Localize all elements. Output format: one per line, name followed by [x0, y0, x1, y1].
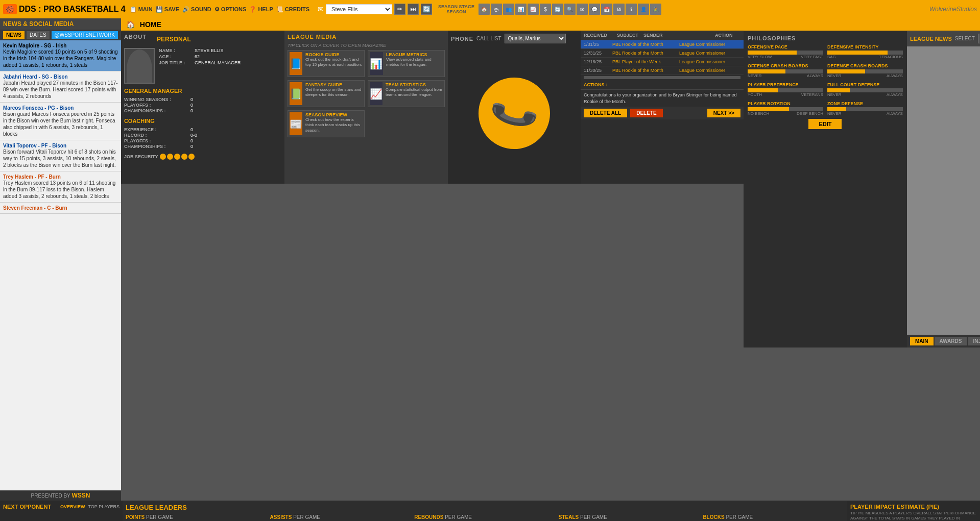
c-playoffs: 0: [190, 138, 193, 143]
next-opponent-title: NEXT OPPONENT: [3, 504, 51, 510]
ocb-slider[interactable]: [748, 69, 823, 73]
media-card-fantasy[interactable]: 📗 FANTASY GUIDE Get the scoop on the sta…: [288, 80, 365, 107]
col-action: ACTION: [715, 33, 740, 38]
toolbar-stats[interactable]: 📊: [515, 4, 527, 15]
fantasy-cover: 📗: [290, 82, 302, 105]
news-item-4[interactable]: Trey Haslem - PF - Burn Trey Haslem scor…: [0, 171, 121, 203]
email-row-3[interactable]: 11/30/25 PBL Rookie of the Month League …: [581, 66, 744, 75]
top-players-link[interactable]: TOP PLAYERS: [88, 504, 119, 509]
season-value: SEASON: [447, 9, 466, 14]
toolbar-roster[interactable]: 👥: [503, 4, 514, 15]
tab-dates[interactable]: DATES: [27, 31, 50, 39]
tab-news[interactable]: NEWS: [3, 31, 25, 39]
fcd-slider[interactable]: [827, 88, 903, 92]
toolbar-mail[interactable]: ✉: [577, 4, 588, 15]
pp-slider[interactable]: [748, 88, 823, 92]
tab-twitter[interactable]: @WSSPORTSNETWORK: [52, 31, 118, 39]
league-news-header: LEAGUE NEWS SELECT Pro Basketball League…: [907, 31, 980, 46]
toolbar-trade[interactable]: 🔄: [552, 4, 563, 15]
email-scrollbar[interactable]: [584, 76, 740, 79]
ll-steals: STEALS PER GAME B. Keith, NY 2.1 R. Will…: [559, 514, 700, 521]
media-card-preview[interactable]: 📰 SEASON PREVIEW Check out how the exper…: [288, 110, 365, 137]
job-title-value: GENERAL MANAGER: [195, 60, 241, 65]
nav-options[interactable]: ⚙ OPTIONS: [214, 6, 247, 13]
pr-slider[interactable]: [748, 107, 823, 111]
metrics-info: LEAGUE METRICS View advanced stats and m…: [386, 52, 443, 68]
nav-main[interactable]: 📋 MAIN: [130, 6, 153, 13]
email-message: Congratulations to your organization and…: [581, 89, 744, 107]
toolbar-dollar[interactable]: $: [540, 4, 551, 15]
ln-tab-main[interactable]: MAIN: [910, 337, 934, 345]
league-leaders-grid: POINTS PER GAME B. Randolph, CHA 34.6 R.…: [126, 514, 844, 521]
col-sender: SENDER: [643, 33, 710, 38]
nav-btn1[interactable]: ⏭: [408, 4, 419, 15]
dcb-slider[interactable]: [827, 69, 903, 73]
gm-stats: WINNING SEASONS :0 PLAYOFFS :0 CHAMPIONS…: [124, 97, 281, 114]
edit-user-btn[interactable]: ✏: [394, 4, 405, 15]
phone-circle[interactable]: 📞: [479, 78, 550, 149]
media-card-rookie[interactable]: 📘 ROOKIE GUIDE Check out the mock draft …: [288, 50, 365, 77]
call-list-dropdown[interactable]: Qualls, Marius: [505, 34, 566, 43]
toolbar-info[interactable]: ℹ: [626, 4, 637, 15]
media-card-metrics[interactable]: 📊 LEAGUE METRICS View advanced stats and…: [368, 50, 445, 77]
email-row-2[interactable]: 12/16/25 PBL Player of the Week League C…: [581, 58, 744, 66]
toolbar-calendar[interactable]: 📅: [601, 4, 612, 15]
zd-slider[interactable]: [827, 107, 903, 111]
winning-seasons: 0: [190, 97, 193, 102]
phone-title: PHONE: [451, 36, 473, 42]
nav-credits[interactable]: 📜 CREDITS: [276, 6, 309, 13]
news-footer: PRESENTED BY WSSN: [0, 490, 121, 501]
league-media-tip: TIP CLICK ON A COVER TO OPEN MAGAZINE: [288, 43, 445, 48]
phone-header: PHONE CALL LIST Qualls, Marius: [451, 34, 578, 43]
rookie-guide-info: ROOKIE GUIDE Check out the mock draft an…: [305, 52, 363, 68]
presented-by-label: PRESENTED BY: [31, 493, 72, 499]
op-slider[interactable]: [748, 51, 823, 55]
toolbar-bike[interactable]: 🚴: [650, 4, 661, 15]
user-dropdown[interactable]: Steve Ellis: [326, 4, 392, 14]
delete-all-btn[interactable]: DELETE ALL: [584, 109, 627, 117]
next-btn[interactable]: NEXT >>: [707, 109, 740, 117]
toolbar-chart[interactable]: 📈: [528, 4, 539, 15]
toolbar-person[interactable]: 👤: [638, 4, 649, 15]
news-body-1: Jabahri Heard played 27 minutes in the B…: [3, 80, 118, 100]
overview-link[interactable]: OVERVIEW: [60, 504, 85, 509]
news-item-2[interactable]: Marcos Fonseca - PG - Bison Bison guard …: [0, 103, 121, 140]
news-item-5[interactable]: Steven Freeman - C - Burn: [0, 203, 121, 214]
email-date-1: 12/31/25: [584, 51, 609, 56]
next-opponent-links: OVERVIEW TOP PLAYERS: [60, 504, 119, 509]
nav-sound[interactable]: 🔊 SOUND: [182, 6, 211, 13]
phone-icon-container[interactable]: 📞: [451, 45, 578, 181]
team-stats-info: TEAM STATISTICS Compare statistical outp…: [386, 82, 443, 98]
league-media-title: LEAGUE MEDIA: [288, 34, 445, 40]
ln-league-dropdown[interactable]: Pro Basketball League: [978, 34, 980, 43]
personal-label: PERSONAL: [157, 36, 191, 43]
edit-philosophies-btn[interactable]: EDIT: [808, 119, 842, 129]
dot-5: [188, 154, 195, 160]
di-slider[interactable]: [827, 51, 903, 55]
email-subject-3: PBL Rookie of the Month: [612, 68, 676, 73]
toolbar-msg[interactable]: 💬: [589, 4, 600, 15]
age-value: 62: [195, 54, 200, 59]
email-sender-0: League Commissioner: [679, 42, 740, 47]
toolbar-stadium[interactable]: 🏟: [491, 4, 502, 15]
toolbar-search[interactable]: 🔍: [564, 4, 576, 15]
championships: 0: [190, 108, 193, 113]
email-date-3: 11/30/25: [584, 68, 609, 73]
nav-btn2[interactable]: 🔄: [421, 4, 432, 15]
player-impact-title: PLAYER IMPACT ESTIMATE (PIE): [850, 504, 977, 510]
nav-help[interactable]: ❓ HELP: [249, 6, 273, 13]
email-row-1[interactable]: 12/31/25 PBL Rookie of the Month League …: [581, 49, 744, 58]
news-item-3[interactable]: Vitali Toporov - PF - Bison Bison forwar…: [0, 140, 121, 171]
media-card-team-stats[interactable]: 📈 TEAM STATISTICS Compare statistical ou…: [368, 80, 445, 107]
nav-bar: 📋 MAIN 💾 SAVE 🔊 SOUND ⚙ OPTIONS ❓ HELP 📜…: [130, 6, 309, 13]
news-item-1[interactable]: Jabahri Heard - SG - Bison Jabahri Heard…: [0, 71, 121, 103]
news-feed[interactable]: Kevin Magloire - SG - Irish Kevin Magloi…: [0, 40, 121, 490]
toolbar-screen[interactable]: 🖥: [613, 4, 625, 15]
toolbar-home[interactable]: 🏠: [479, 4, 490, 15]
email-row-0[interactable]: 1/31/25 PBL Rookie of the Month League C…: [581, 40, 744, 49]
news-item-0[interactable]: Kevin Magloire - SG - Irish Kevin Magloi…: [0, 40, 121, 71]
delete-btn[interactable]: DELETE: [630, 109, 662, 117]
nav-save[interactable]: 💾 SAVE: [156, 6, 179, 13]
ln-tab-injuries[interactable]: INJURIES: [968, 337, 980, 345]
ln-tab-awards[interactable]: AWARDS: [935, 337, 967, 345]
